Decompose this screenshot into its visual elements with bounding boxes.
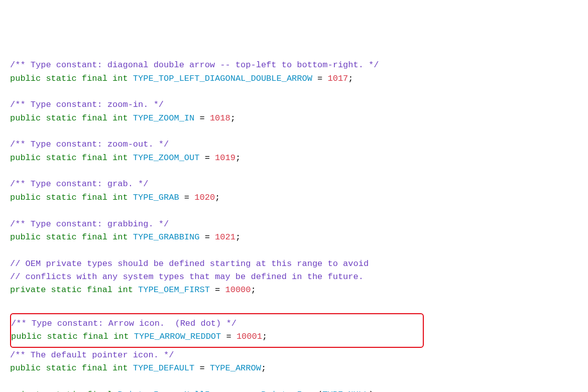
identifier: TYPE_ARROW_REDDOT: [134, 332, 221, 341]
operator: =: [179, 193, 195, 202]
paren-semicolon: );: [369, 390, 379, 392]
identifier: TYPE_OEM_FIRST: [138, 285, 210, 295]
operator: =: [210, 285, 225, 295]
operator: =: [221, 332, 237, 341]
number-literal: 1020: [194, 193, 215, 202]
operator: =: [225, 390, 241, 392]
identifier: TYPE_NULL: [322, 390, 369, 392]
modifiers-type: public static final int: [10, 193, 133, 202]
modifiers-type: public static final int: [10, 232, 133, 242]
semicolon: ;: [230, 113, 236, 123]
identifier: TYPE_ARROW: [210, 363, 261, 373]
modifiers-type: public static final int: [10, 74, 133, 83]
operator: =: [194, 363, 210, 373]
identifier: TYPE_GRABBING: [133, 232, 200, 242]
modifiers-type: public static final int: [10, 363, 133, 373]
modifiers-type: public static final int: [11, 332, 134, 341]
modifiers-type: private static final int: [10, 285, 138, 295]
number-literal: 1021: [215, 232, 236, 242]
doc-comment: /** Type constant: grab. */: [10, 179, 148, 189]
number-literal: 1019: [215, 153, 236, 163]
semicolon: ;: [261, 363, 266, 373]
doc-comment: /** Type constant: grabbing. */: [10, 219, 169, 229]
identifier: TYPE_ZOOM_OUT: [133, 153, 200, 163]
number-literal: 1018: [210, 113, 230, 123]
code-block: /** Type constant: diagonal double arrow…: [10, 59, 578, 392]
identifier: TYPE_GRAB: [133, 193, 179, 202]
doc-comment: /** Type constant: zoom-out. */: [10, 140, 169, 149]
doc-comment: /** Type constant: zoom-in. */: [10, 100, 164, 109]
identifier: TYPE_TOP_LEFT_DIAGONAL_DOUBLE_ARROW: [133, 74, 312, 83]
operator: =: [312, 74, 328, 83]
operator: =: [194, 113, 210, 123]
doc-comment: /** Type constant: Arrow icon. (Red dot)…: [11, 319, 237, 328]
identifier: TYPE_ZOOM_IN: [133, 113, 194, 123]
doc-comment: /** Type constant: diagonal double arrow…: [10, 60, 379, 70]
number-literal: 1017: [328, 74, 348, 83]
identifier: gNullIcon: [179, 390, 225, 392]
line-comment: // OEM private types should be defined s…: [10, 259, 369, 269]
keyword-new: new: [241, 390, 261, 392]
highlighted-region: /** Type constant: Arrow icon. (Red dot)…: [10, 313, 424, 348]
modifiers-type: public static final int: [10, 153, 133, 163]
semicolon: ;: [251, 285, 256, 295]
space: [174, 390, 179, 392]
line-comment: // conflicts with any system types that …: [10, 272, 364, 282]
doc-comment: /** The default pointer icon. */: [10, 350, 174, 360]
operator: =: [199, 153, 215, 163]
paren: (: [317, 390, 322, 392]
modifiers-type: public static final int: [10, 113, 133, 123]
number-literal: 10001: [237, 332, 262, 341]
semicolon: ;: [236, 153, 241, 163]
semicolon: ;: [262, 332, 267, 341]
operator: =: [199, 232, 215, 242]
modifiers: private static final: [10, 390, 117, 392]
identifier: TYPE_DEFAULT: [133, 363, 194, 373]
constructor: PointerIcon: [261, 390, 317, 392]
semicolon: ;: [348, 74, 353, 83]
type-name: PointerIcon: [117, 390, 174, 392]
semicolon: ;: [236, 232, 241, 242]
semicolon: ;: [215, 193, 220, 202]
number-literal: 10000: [225, 285, 251, 295]
